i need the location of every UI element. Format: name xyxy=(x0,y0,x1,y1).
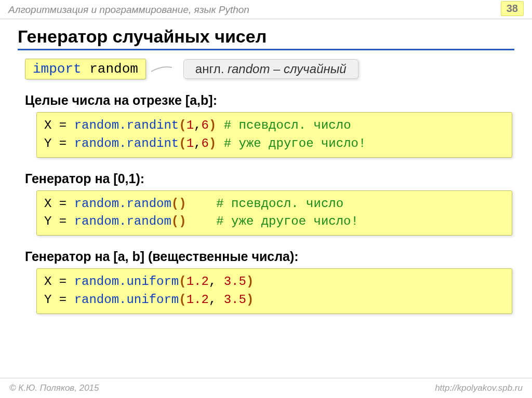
section-heading-2: Генератор на [0,1): xyxy=(25,171,532,186)
note-word: random xyxy=(228,62,270,76)
code-box-3: X = random.uniform(1.2, 3.5) Y = random.… xyxy=(36,268,512,314)
connector-line xyxy=(151,65,172,73)
section-heading-1: Целые числа на отрезке [a,b]: xyxy=(25,93,532,108)
row-import-and-note: import random англ. random – случайный xyxy=(25,59,532,79)
slide: Алгоритмизация и программирование, язык … xyxy=(0,0,532,398)
code-import: import random xyxy=(25,59,146,79)
code-box-2: X = random.random() # псевдосл. число Y … xyxy=(36,190,512,236)
page-number: 38 xyxy=(501,1,524,16)
note-prefix: англ. xyxy=(195,62,228,76)
header-title: Алгоритмизация и программирование, язык … xyxy=(8,4,249,16)
keyword-import: import xyxy=(33,61,82,77)
note-suffix: – случайный xyxy=(270,62,346,76)
footer-bar: © К.Ю. Поляков, 2015 http://kpolyakov.sp… xyxy=(0,378,532,398)
code-box-1: X = random.randint(1,6) # псевдосл. числ… xyxy=(36,112,512,158)
footer-left: © К.Ю. Поляков, 2015 xyxy=(9,383,99,393)
note-box: англ. random – случайный xyxy=(183,59,358,79)
footer-right: http://kpolyakov.spb.ru xyxy=(435,383,523,393)
header-bar: Алгоритмизация и программирование, язык … xyxy=(0,0,532,19)
module-name: random xyxy=(89,61,138,77)
section-heading-3: Генератор на [a, b] (вещественные числа)… xyxy=(25,249,532,264)
main-title: Генератор случайных чисел xyxy=(18,26,514,50)
